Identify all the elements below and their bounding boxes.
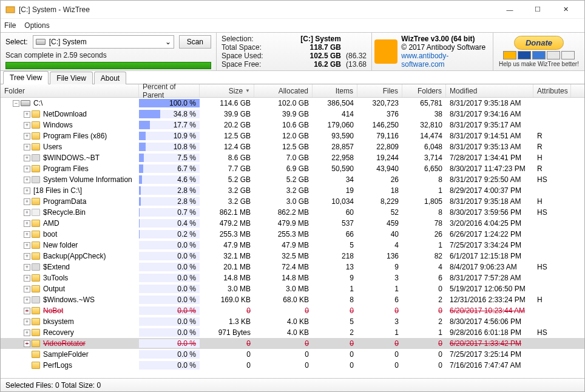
col-allocated[interactable]: Allocated [254,84,313,97]
drive-text: [C:] System [49,38,87,46]
row-pct: 7.5 % [177,154,196,162]
col-modified[interactable]: Modified [446,84,533,97]
donate-button[interactable]: Donate [514,36,564,50]
expand-icon[interactable] [24,275,30,282]
expand-icon[interactable] [24,220,30,227]
expand-icon[interactable] [24,329,30,336]
row-modified: 7/16/2016 7:47:47 AM [446,361,533,370]
expand-icon[interactable] [24,231,30,238]
table-row[interactable]: 3uTools0.0 %14.8 MB14.8 MB9368/31/2017 7… [1,272,584,283]
row-folders: 14,474 [402,132,446,140]
expand-icon[interactable] [24,253,30,260]
table-row[interactable]: $Windows.~WS0.0 %169.0 KB68.0 KB86212/31… [1,294,584,305]
menu-options[interactable]: Options [24,21,49,30]
row-items: 386,504 [313,99,357,107]
row-items: 13 [313,263,357,271]
table-row[interactable]: Recovery0.0 %971 Bytes4.0 KB2119/28/2016… [1,327,584,338]
table-row[interactable]: New folder0.0 %47.9 MB47.9 MB5417/25/201… [1,240,584,251]
expand-icon[interactable] [24,111,30,118]
row-files: 1 [357,328,402,337]
row-attr: H [533,197,571,206]
table-row[interactable]: PerfLogs0.0 %000007/16/2016 7:47:47 AM [1,360,584,371]
table-row[interactable]: $WINDOWS.~BT7.5 %8.6 GB7.0 GB22,95819,24… [1,152,584,163]
table-row[interactable]: [18 Files in C:\]2.8 %3.2 GB3.2 GB191818… [1,185,584,196]
row-files: 19,244 [357,154,402,162]
table-row[interactable]: boot0.2 %255.3 MB255.3 MB6640266/26/2017… [1,229,584,240]
table-row[interactable]: Program Files6.7 %7.7 GB6.9 GB50,59043,9… [1,163,584,174]
row-folders: 0 [402,361,446,370]
col-folders[interactable]: Folders [402,84,446,97]
expand-icon[interactable] [24,166,30,172]
row-size: 3.2 GB [200,186,254,195]
free-label: Space Free: [221,60,263,69]
row-size: 47.9 MB [200,241,254,249]
col-folder[interactable]: Folder [1,84,139,97]
table-row[interactable]: NoBot0.0 %000006/20/2017 10:23:44 AM [1,305,584,316]
expand-icon[interactable] [24,198,30,205]
row-items: 66 [313,230,357,238]
expand-icon[interactable] [24,319,30,325]
expand-icon[interactable] [24,177,30,183]
table-row[interactable]: NetDownload34.8 %39.9 GB39.9 GB414376388… [1,109,584,120]
row-pct: 0.0 % [177,361,196,370]
row-folders: 2 [402,296,446,304]
row-size: 20.2 GB [200,121,254,129]
col-percent[interactable]: Percent of Parent [139,84,200,97]
table-row[interactable]: Users10.8 %12.4 GB12.5 GB28,85722,8096,0… [1,141,584,152]
collapse-icon[interactable] [13,100,19,107]
expand-icon[interactable] [24,155,30,161]
row-pct: 4.6 % [177,175,196,184]
drive-combo[interactable]: [C:] System ⌄ [33,35,174,49]
tab-file-view[interactable]: File View [50,72,92,84]
close-button[interactable]: ✕ [552,1,580,19]
expand-icon[interactable] [24,264,30,271]
row-files: 3 [357,317,402,326]
row-alloc: 479.9 MB [254,219,313,228]
table-row[interactable]: Backup(AppCheck)0.0 %32.1 MB32.5 MB21813… [1,251,584,262]
grid-body[interactable]: C:\100.0 %114.6 GB102.0 GB386,504320,723… [1,98,584,378]
menu-file[interactable]: File [4,21,16,30]
table-row[interactable]: System Volume Information4.6 %5.2 GB5.2 … [1,174,584,185]
row-files: 6 [357,296,402,304]
table-row[interactable]: SampleFolder0.0 %000007/25/2017 3:25:14 … [1,349,584,360]
row-attr: HS [533,328,571,337]
table-row[interactable]: C:\100.0 %114.6 GB102.0 GB386,504320,723… [1,98,584,109]
col-items[interactable]: Items [313,84,357,97]
row-size: 20.1 MB [200,263,254,271]
table-row[interactable]: ProgramData2.8 %3.2 GB3.0 GB10,0348,2291… [1,196,584,207]
row-alloc: 39.9 GB [254,110,313,118]
table-row[interactable]: Windows17.7 %20.2 GB10.6 GB179,060146,25… [1,120,584,130]
row-size: 39.9 GB [200,110,254,118]
col-size[interactable]: Size▼ [200,84,254,97]
expand-icon[interactable] [24,133,30,140]
expand-icon[interactable] [24,308,30,314]
table-row[interactable]: Program Files (x86)10.9 %12.5 GB12.0 GB9… [1,130,584,141]
col-files[interactable]: Files [357,84,402,97]
maximize-button[interactable]: ☐ [524,1,552,19]
table-row[interactable]: bksystem0.0 %1.3 KB4.0 KB5328/30/2017 4:… [1,316,584,327]
expand-icon[interactable] [24,209,30,216]
table-row[interactable]: VideoRotator0.0 %000006/20/2017 1:33:42 … [1,338,584,349]
expand-icon[interactable] [24,144,30,150]
minimize-button[interactable]: — [496,1,524,19]
row-items: 414 [313,110,357,118]
expand-icon[interactable] [24,297,30,303]
expand-icon[interactable] [24,188,30,194]
col-attributes[interactable]: Attributes [533,84,571,97]
brand-url[interactable]: www.antibody-software.com [401,52,488,69]
expand-icon[interactable] [24,122,30,129]
table-row[interactable]: AMD0.4 %479.2 MB479.9 MB537459783/20/201… [1,218,584,229]
table-row[interactable]: $Extend0.0 %20.1 MB72.4 MB13948/4/2017 9… [1,262,584,272]
tab-tree-view[interactable]: Tree View [3,71,49,84]
row-folders: 1,805 [402,197,446,206]
row-alloc: 102.0 GB [254,99,313,107]
row-modified: 8/30/2017 11:47:23 PM [446,164,533,173]
table-row[interactable]: $Recycle.Bin0.7 %862.1 MB862.2 MB605288/… [1,207,584,218]
expand-icon[interactable] [24,242,30,249]
tab-about[interactable]: About [94,72,126,84]
table-row[interactable]: Output0.0 %3.0 MB3.0 MB1105/19/2017 12:0… [1,283,584,294]
scan-button[interactable]: Scan [179,35,211,49]
svg-rect-0 [6,7,15,13]
expand-icon[interactable] [24,286,30,292]
expand-icon[interactable] [24,340,30,347]
